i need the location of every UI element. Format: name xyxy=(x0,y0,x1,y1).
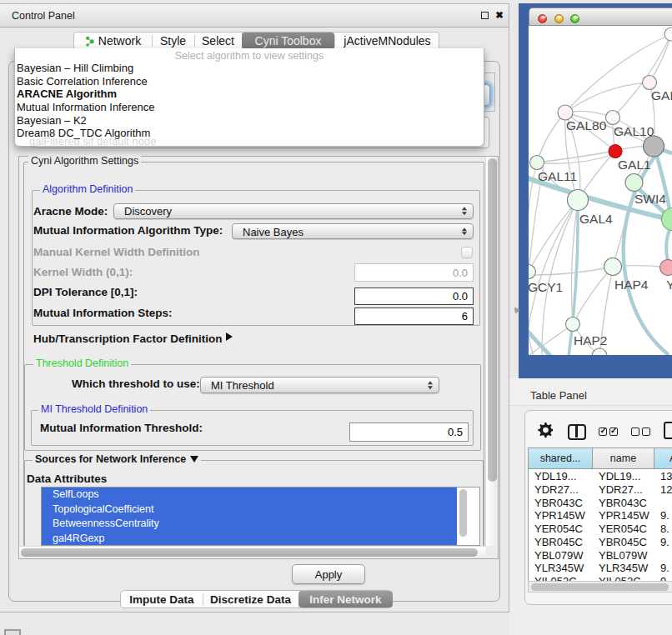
close-traffic-light[interactable] xyxy=(538,14,547,23)
table-cell xyxy=(660,496,672,509)
node-GCY1[interactable] xyxy=(529,265,536,279)
tab-infer-network[interactable]: Infer Network xyxy=(298,591,393,608)
column-header-a[interactable]: A xyxy=(654,448,672,469)
horizontal-scrollbar-track[interactable] xyxy=(19,546,486,558)
table-row-ylr345w[interactable]: YLR345WYLR345W9. xyxy=(529,562,672,575)
network-edge[interactable] xyxy=(537,151,615,162)
expand-arrow-icon[interactable] xyxy=(226,332,233,341)
aracne-mode-combobox[interactable]: Discovery xyxy=(113,203,474,219)
network-edge[interactable] xyxy=(565,82,649,112)
kernel-width-field[interactable]: 0.0 xyxy=(354,263,474,282)
collapse-arrow-icon[interactable] xyxy=(190,456,198,462)
close-panel-icon[interactable]: ✖ xyxy=(495,9,504,21)
network-view-canvas[interactable]: GAL7GAL80GAL10GAL1GAL11SWI4GAL4GCY1HAP4Y… xyxy=(529,26,672,355)
node-SWI4[interactable] xyxy=(625,174,643,192)
data-attributes-list[interactable]: SelfLoopsTopologicalCoefficientBetweenne… xyxy=(41,487,480,546)
which-threshold-value: MI Threshold xyxy=(211,379,274,392)
tab-network[interactable]: Network xyxy=(74,32,152,49)
network-window-titlebar[interactable] xyxy=(529,8,672,26)
network-edge[interactable] xyxy=(537,154,615,163)
which-threshold-combobox[interactable]: MI Threshold xyxy=(200,377,439,393)
sources-group: Sources for Network Inference Data Attri… xyxy=(24,460,484,548)
tab-jactivemnodules[interactable]: jActiveMNodules xyxy=(334,32,440,49)
node-label-GCY1: GCY1 xyxy=(529,280,563,294)
column-header-shared-[interactable]: shared... xyxy=(529,448,593,469)
mi-threshold-label: Mutual Information Threshold: xyxy=(40,422,203,434)
node-label-Y-pink: Y xyxy=(666,278,672,292)
node-table[interactable]: shared...nameAYDL19...YDL19...13YDR27...… xyxy=(528,448,672,581)
node-HAP2[interactable] xyxy=(566,318,580,332)
column-header-name[interactable]: name xyxy=(593,448,654,469)
table-row-yil052c[interactable]: YIL052CYIL052C9. xyxy=(529,575,672,581)
table-cell: 8. xyxy=(660,522,672,536)
combo-arrows-icon xyxy=(428,381,433,389)
table-row-ybr043c[interactable]: YBR043CYBR043C xyxy=(529,496,672,509)
table-row-ybl079w[interactable]: YBL079WYBL079W xyxy=(529,548,672,562)
columns-icon[interactable] xyxy=(568,424,586,440)
popup-item-bayesian-k2[interactable]: Bayesian – K2 xyxy=(15,114,484,128)
node-Y-pink[interactable] xyxy=(660,260,672,276)
vertical-scrollbar-thumb[interactable] xyxy=(488,158,497,482)
manual-kernel-checkbox[interactable] xyxy=(461,247,473,258)
tab-impute-data[interactable]: Impute Data xyxy=(121,591,203,608)
table-row-yer054c[interactable]: YER054CYER054C8. xyxy=(529,522,672,536)
deselect-all-icon[interactable] xyxy=(631,428,650,436)
dpi-tolerance-field[interactable]: 0.0 xyxy=(354,288,474,305)
node-GAL11[interactable] xyxy=(530,156,544,170)
table-cell: 13 xyxy=(660,470,672,483)
float-window-icon[interactable] xyxy=(481,12,489,19)
node-HAP4[interactable] xyxy=(604,258,622,276)
network-edge[interactable] xyxy=(534,267,613,275)
table-row-ydl19-[interactable]: YDL19...YDL19...13 xyxy=(529,470,672,483)
kernel-width-value: 0.0 xyxy=(453,267,468,279)
minimized-panel-icon[interactable] xyxy=(4,629,21,635)
gear-icon[interactable] xyxy=(537,422,553,438)
node-GAL4[interactable] xyxy=(568,190,589,211)
table-cell: YBR043C xyxy=(534,496,592,509)
node-bottom-node[interactable] xyxy=(592,348,607,355)
tab-style[interactable]: Style xyxy=(152,32,194,49)
node-GAL7[interactable] xyxy=(643,76,657,90)
mi-threshold-field[interactable]: 0.5 xyxy=(349,422,469,442)
ghost-text: galFiltered.sif default node xyxy=(29,135,156,148)
table-row-ybr045c[interactable]: YBR045CYBR045C9. xyxy=(529,536,672,549)
popup-item-basic-correlation-inference[interactable]: Basic Correlation Inference xyxy=(15,75,484,88)
mi-steps-field[interactable]: 6 xyxy=(354,308,474,325)
list-scrollbar-track[interactable] xyxy=(457,488,469,545)
network-edge[interactable] xyxy=(573,267,613,324)
table-row-ypr145w[interactable]: YPR145WYPR145W9. xyxy=(529,509,672,522)
attribute-item-betweennesscentrality[interactable]: BetweennessCentrality xyxy=(42,517,457,532)
horizontal-scrollbar-thumb[interactable] xyxy=(21,548,478,557)
node-GAL1[interactable] xyxy=(609,145,622,158)
tab-select[interactable]: Select xyxy=(194,32,242,49)
popup-item-aracne-algorithm[interactable]: ARACNE Algorithm xyxy=(15,88,484,101)
attribute-item-selfloops[interactable]: SelfLoops xyxy=(42,488,457,502)
node-GAL10[interactable] xyxy=(606,111,620,125)
node-label-SWI4: SWI4 xyxy=(634,192,666,206)
attribute-item-gal4rgexp[interactable]: gal4RGexp xyxy=(42,532,457,546)
algorithm-definition-title: Algorithm Definition xyxy=(40,183,135,195)
list-scrollbar-thumb[interactable] xyxy=(459,489,467,537)
table-scrollbar-thumb[interactable] xyxy=(531,583,669,591)
vertical-scrollbar-track[interactable] xyxy=(485,157,498,546)
down-arrow-icon xyxy=(462,212,467,215)
kernel-width-label: Kernel Width (0,1): xyxy=(33,267,133,278)
zoom-traffic-light[interactable] xyxy=(570,14,579,23)
mi-type-combobox[interactable]: Naive Bayes xyxy=(232,223,474,239)
popup-item-mutual-information-inference[interactable]: Mutual Information Inference xyxy=(15,101,484,114)
tab-discretize-data[interactable]: Discretize Data xyxy=(203,591,298,608)
attribute-item-topologicalcoefficient[interactable]: TopologicalCoefficient xyxy=(42,502,457,518)
table-scrollbar-track[interactable] xyxy=(528,581,672,592)
select-all-icon[interactable] xyxy=(599,428,618,436)
popup-item-bayesian-hill-climbing[interactable]: Bayesian – Hill Climbing xyxy=(15,62,484,75)
apply-button[interactable]: Apply xyxy=(292,564,365,584)
node-gray-node[interactable] xyxy=(644,136,664,157)
network-edge[interactable] xyxy=(537,112,565,162)
document-icon[interactable] xyxy=(664,422,672,439)
network-edge[interactable] xyxy=(613,34,671,118)
table-row-ydr27-[interactable]: YDR27...YDR27...12 xyxy=(529,483,672,497)
table-cell: YDL19... xyxy=(599,470,654,483)
tab-cyni-toolbox[interactable]: Cyni Toolbox xyxy=(242,32,334,49)
node-GAL7-top[interactable] xyxy=(664,28,672,41)
minimize-traffic-light[interactable] xyxy=(554,14,564,23)
